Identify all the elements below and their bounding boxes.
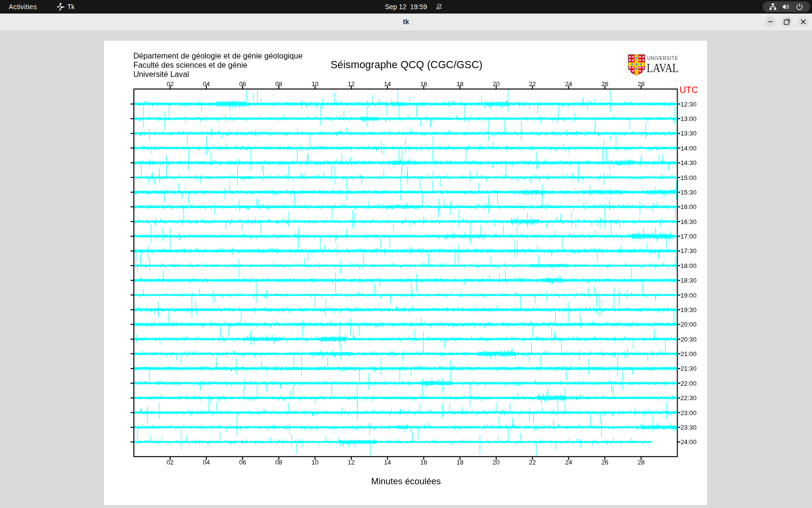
svg-text:LAVAL: LAVAL [647, 61, 679, 75]
svg-text:UNIVERSITÉ: UNIVERSITÉ [647, 55, 678, 61]
